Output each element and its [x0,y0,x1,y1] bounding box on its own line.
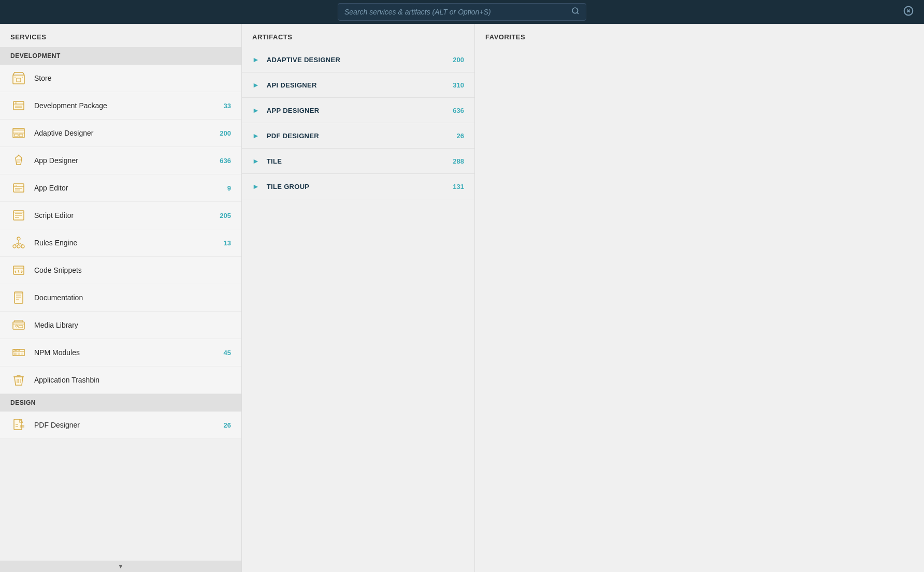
svg-rect-11 [15,102,17,104]
chevron-right-icon: ► [252,131,259,140]
dev-package-icon [10,97,27,114]
search-wrapper[interactable] [338,3,586,21]
svg-point-36 [21,245,24,248]
artifact-adaptive-designer[interactable]: ► ADAPTIVE DESIGNER 200 [242,47,474,72]
chevron-right-icon: ► [252,182,259,190]
close-icon[interactable] [903,6,914,19]
rules-engine-icon [10,234,27,251]
search-icon [571,7,580,17]
sidebar-item-app-editor[interactable]: App Editor 9 [0,174,241,202]
svg-rect-49 [15,320,23,322]
app-designer-count: 636 [215,157,231,165]
svg-rect-57 [21,353,23,355]
app-editor-label: App Editor [34,184,215,192]
artifact-tile[interactable]: ► TILE 288 [242,149,474,174]
rules-engine-count: 13 [215,239,231,247]
script-editor-icon [10,207,27,224]
sidebar-item-npm-modules[interactable]: NPM NPM Modules 45 [0,339,241,366]
svg-line-40 [19,243,23,245]
store-label: Store [34,74,215,82]
favorites-header: FAVORITES [475,24,924,47]
store-icon [10,70,27,86]
npm-modules-count: 45 [215,349,231,357]
svg-point-34 [13,245,16,248]
media-library-icon [10,317,27,333]
artifacts-list: ► ADAPTIVE DESIGNER 200 ► API DESIGNER 3… [242,47,474,572]
services-list[interactable]: DEVELOPMENT Store [0,47,241,561]
app-designer-icon [10,152,27,169]
favorites-section: FAVORITES [475,24,924,572]
sidebar-item-trashbin[interactable]: Application Trashbin [0,366,241,394]
svg-point-19 [18,155,20,156]
pdf-designer-count: 26 [215,421,231,429]
script-editor-count: 205 [215,212,231,219]
artifact-app-designer-count: 636 [453,107,464,114]
topbar [0,0,924,24]
sidebar-item-adaptive-designer[interactable]: Adaptive Designer 200 [0,120,241,147]
artifact-app-designer-label: APP DESIGNER [267,107,453,114]
code-snippets-label: Code Snippets [34,266,215,274]
svg-rect-55 [14,353,17,355]
artifact-pdf-designer-label: PDF DESIGNER [267,132,457,140]
sidebar-item-media-library[interactable]: Media Library [0,312,241,339]
svg-line-38 [15,243,19,245]
artifact-tile-label: TILE [267,157,453,165]
svg-point-33 [17,237,20,240]
svg-rect-63 [20,425,24,428]
artifact-tile-group-label: TILE GROUP [267,183,453,190]
artifact-app-designer[interactable]: ► APP DESIGNER 636 [242,98,474,123]
chevron-right-icon: ► [252,157,259,165]
artifact-tile-group-count: 131 [453,183,464,190]
artifact-api-designer[interactable]: ► API DESIGNER 310 [242,72,474,98]
script-editor-label: Script Editor [34,211,215,219]
sidebar-item-pdf-designer[interactable]: PDF Designer 26 [0,412,241,439]
artifact-adaptive-designer-label: ADAPTIVE DESIGNER [267,56,453,64]
svg-line-1 [577,12,579,14]
category-design: DESIGN [0,394,241,412]
svg-rect-41 [13,266,24,274]
media-library-label: Media Library [34,321,215,329]
documentation-label: Documentation [34,294,215,302]
svg-rect-15 [13,128,24,131]
adaptive-designer-count: 200 [215,129,231,137]
sidebar-item-store[interactable]: Store [0,65,241,92]
documentation-icon [10,289,27,306]
sidebar-item-dev-package[interactable]: Development Package 33 [0,92,241,120]
main-layout: SERVICES DEVELOPMENT Store [0,24,924,572]
dev-package-label: Development Package [34,101,215,110]
artifact-api-designer-count: 310 [453,81,464,89]
adaptive-designer-label: Adaptive Designer [34,129,215,137]
app-designer-label: App Designer [34,156,215,165]
search-input[interactable] [344,8,568,16]
artifact-pdf-designer[interactable]: ► PDF DESIGNER 26 [242,123,474,149]
scroll-down-arrow[interactable]: ▼ [0,561,241,572]
npm-modules-label: NPM Modules [34,348,215,357]
svg-point-0 [572,8,578,13]
sidebar-item-documentation[interactable]: Documentation [0,284,241,312]
svg-rect-47 [15,292,23,294]
pdf-designer-icon [10,417,27,433]
app-editor-icon [10,180,27,196]
artifact-tile-count: 288 [453,157,464,165]
rules-engine-label: Rules Engine [34,239,215,247]
sidebar-item-code-snippets[interactable]: Code Snippets [0,257,241,284]
trashbin-label: Application Trashbin [34,376,215,384]
adaptive-icon [10,125,27,141]
svg-rect-56 [18,353,20,355]
svg-text:NPM: NPM [14,348,20,351]
sidebar-item-rules-engine[interactable]: Rules Engine 13 [0,229,241,257]
artifact-api-designer-label: API DESIGNER [267,81,453,89]
npm-icon: NPM [10,344,27,361]
services-section: SERVICES DEVELOPMENT Store [0,24,242,572]
chevron-right-icon: ► [252,106,259,114]
chevron-right-icon: ► [252,81,259,89]
svg-point-35 [17,245,20,248]
pdf-designer-label: PDF Designer [34,421,215,429]
trashbin-icon [10,372,27,388]
app-editor-count: 9 [215,184,231,192]
svg-rect-6 [17,78,21,82]
sidebar-item-script-editor[interactable]: Script Editor 205 [0,202,241,229]
artifacts-section: ARTIFACTS ► ADAPTIVE DESIGNER 200 ► API … [242,24,475,572]
artifact-tile-group[interactable]: ► TILE GROUP 131 [242,174,474,199]
sidebar-item-app-designer[interactable]: App Designer 636 [0,147,241,174]
